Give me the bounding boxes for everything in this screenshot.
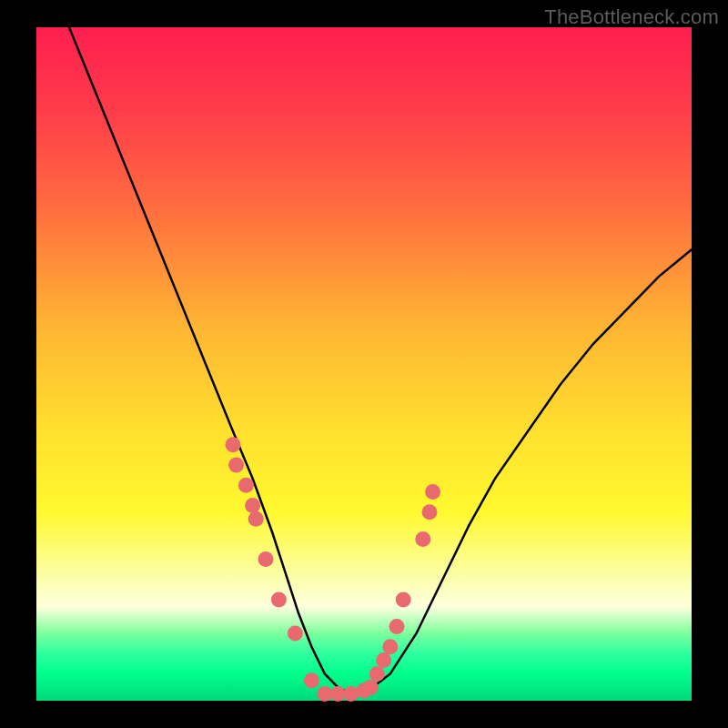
data-point [382,639,398,654]
data-point [228,458,244,473]
dots-trough [304,672,372,702]
dots-left [226,437,303,641]
data-point [422,504,438,520]
data-point [415,531,430,547]
plot-area [36,27,692,701]
data-point [376,652,391,668]
data-point [357,682,372,698]
curve-svg [36,27,692,701]
data-point [288,626,303,642]
data-point [304,672,319,688]
dots-right [363,484,440,695]
data-point [258,551,274,567]
data-point [271,592,287,608]
bottleneck-curve [69,27,692,694]
watermark-text: TheBottleneck.com [544,5,719,29]
data-point [369,666,385,682]
data-point [226,437,241,452]
data-point [238,478,254,493]
data-point [343,686,359,702]
data-point [425,484,440,500]
data-point [396,592,411,608]
data-point [248,511,264,527]
chart-frame: TheBottleneck.com [0,0,728,728]
data-point [389,619,405,634]
data-point [245,498,260,513]
